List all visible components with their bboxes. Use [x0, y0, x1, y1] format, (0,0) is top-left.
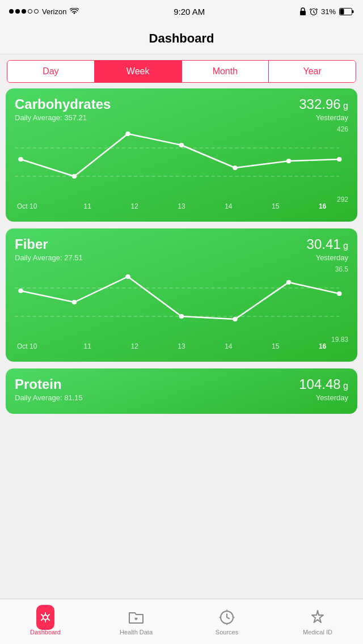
x-label-0: Oct 10: [17, 202, 64, 210]
fx-label-1: 11: [64, 342, 111, 350]
card-header-protein: Protein 104.48 g: [15, 376, 348, 392]
svg-point-19: [179, 314, 184, 319]
protein-card: Protein 104.48 g Daily Average: 81.15 Ye…: [6, 368, 357, 414]
card-value-fiber: 30.41 g: [307, 236, 348, 252]
svg-point-23: [43, 615, 48, 620]
dot5: [34, 9, 39, 14]
time-display: 9:20 AM: [174, 7, 205, 16]
svg-point-16: [18, 289, 23, 293]
status-bar: Verizon 9:20 AM 31%: [0, 0, 363, 23]
fiber-card: Fiber 30.41 g Daily Average: 27.51 Yeste…: [6, 228, 357, 362]
x-axis-fiber: Oct 10 11 12 13 14 15 16: [15, 342, 348, 350]
chart-area-carbs: 426 292 Oct 10 11 12 13: [15, 125, 348, 216]
fx-label-5: 15: [252, 342, 299, 350]
high-label-fiber: 36.5: [335, 265, 348, 273]
medical-icon: [309, 608, 327, 626]
nav-dashboard-label: Dashboard: [30, 629, 61, 635]
tab-year[interactable]: Year: [269, 61, 356, 82]
folder-heart-icon: [127, 608, 145, 626]
svg-point-21: [286, 280, 291, 285]
chart-svg-carbs: [15, 125, 348, 199]
fx-label-4: 14: [205, 342, 252, 350]
svg-rect-0: [300, 11, 306, 15]
tab-month[interactable]: Month: [182, 61, 269, 82]
svg-point-13: [337, 157, 341, 162]
chart-icon: [39, 611, 52, 624]
nav-sources[interactable]: Sources: [182, 608, 272, 635]
svg-point-18: [125, 274, 130, 279]
battery-icon: [339, 8, 354, 15]
nav-medical-id-label: Medical ID: [303, 629, 332, 635]
alarm-icon: [310, 7, 318, 15]
medical-id-icon: [309, 608, 327, 626]
svg-rect-4: [340, 9, 344, 14]
carrier-label: Verizon: [42, 7, 66, 16]
card-header-carbs: Carbohydrates 332.96 g: [15, 96, 348, 112]
low-label-fiber: 19.83: [331, 336, 348, 344]
sources-icon-svg: [218, 608, 236, 626]
status-right: 31%: [299, 7, 354, 16]
period-protein: Yesterday: [316, 393, 348, 402]
content-area: Carbohydrates 332.96 g Daily Average: 35…: [0, 88, 363, 599]
card-meta-carbs: Daily Average: 357.21 Yesterday: [15, 113, 348, 122]
dot4: [28, 9, 32, 14]
dot2: [15, 9, 20, 14]
fx-label-2: 12: [111, 342, 158, 350]
fx-label-0: Oct 10: [17, 342, 64, 350]
dashboard-icon-wrapper: [36, 608, 54, 626]
period-tab-bar: Day Week Month Year: [7, 60, 356, 83]
carbohydrates-card: Carbohydrates 332.96 g Daily Average: 35…: [6, 88, 357, 222]
svg-point-7: [18, 157, 23, 162]
status-left: Verizon: [9, 7, 79, 16]
card-header-fiber: Fiber 30.41 g: [15, 236, 348, 252]
card-meta-protein: Daily Average: 81.15 Yesterday: [15, 393, 348, 402]
svg-point-8: [72, 174, 77, 179]
x-label-2: 12: [111, 202, 158, 210]
dot1: [9, 9, 14, 14]
tab-day[interactable]: Day: [7, 61, 95, 82]
tab-week[interactable]: Week: [95, 61, 182, 82]
fx-label-3: 13: [158, 342, 205, 350]
period-carbs: Yesterday: [316, 113, 348, 122]
low-label-carbs: 292: [337, 196, 348, 204]
nav-dashboard[interactable]: Dashboard: [0, 608, 91, 635]
card-meta-fiber: Daily Average: 27.51 Yesterday: [15, 253, 348, 262]
period-fiber: Yesterday: [316, 253, 348, 262]
chart-svg-fiber: [15, 265, 348, 339]
svg-point-12: [286, 159, 291, 163]
health-data-icon: [127, 608, 145, 626]
dashboard-icon-bg: [36, 605, 54, 630]
svg-point-17: [72, 300, 77, 304]
svg-point-20: [233, 317, 237, 321]
card-title-protein: Protein: [15, 376, 62, 392]
svg-point-11: [233, 166, 237, 170]
sources-icon: [218, 608, 236, 626]
fx-label-6: 16: [299, 342, 346, 350]
nav-health-data[interactable]: Health Data: [91, 608, 182, 635]
lock-icon: [299, 7, 306, 15]
bottom-navigation: Dashboard Health Data Sources Me: [0, 599, 363, 644]
x-label-1: 11: [64, 202, 111, 210]
svg-point-10: [179, 143, 184, 147]
svg-rect-3: [352, 10, 354, 13]
daily-avg-protein: Daily Average: 81.15: [15, 393, 83, 402]
battery-label: 31%: [321, 7, 336, 16]
card-value-protein: 104.48 g: [299, 376, 348, 392]
nav-sources-label: Sources: [216, 629, 238, 635]
svg-point-22: [337, 291, 341, 296]
daily-avg-carbs: Daily Average: 357.21: [15, 113, 87, 122]
high-label-carbs: 426: [337, 125, 348, 133]
card-title-carbs: Carbohydrates: [15, 96, 111, 112]
nav-health-data-label: Health Data: [120, 629, 153, 635]
card-value-carbs: 332.96 g: [299, 96, 348, 112]
page-header: Dashboard: [0, 23, 363, 54]
chart-area-fiber: 36.5 19.83 Oct 10 11 12 13 14: [15, 265, 348, 356]
page-title: Dashboard: [149, 31, 214, 46]
daily-avg-fiber: Daily Average: 27.51: [15, 253, 83, 262]
wifi-icon: [70, 8, 79, 15]
dot3: [22, 9, 26, 14]
x-label-5: 15: [252, 202, 299, 210]
x-axis-carbs: Oct 10 11 12 13 14 15 16: [15, 202, 348, 210]
nav-medical-id[interactable]: Medical ID: [272, 608, 363, 635]
x-label-3: 13: [158, 202, 205, 210]
